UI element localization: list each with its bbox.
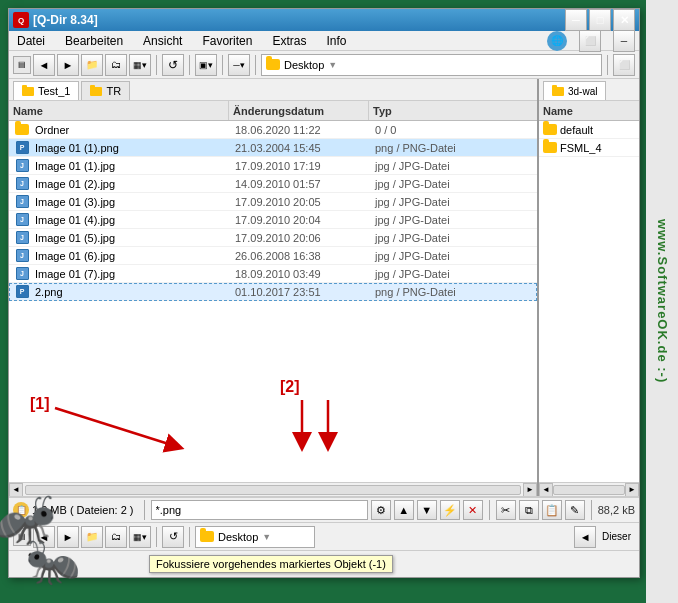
right-col-name: Name	[543, 105, 573, 117]
file-list: Ordner 18.06.2020 11:22 0 / 0 P Image 01…	[9, 121, 537, 482]
file-name: Image 01 (1).jpg	[35, 160, 235, 172]
file-row[interactable]: P Image 01 (1).png 21.03.2004 15:45 png …	[9, 139, 537, 157]
tb2-new-folder-btn[interactable]: 🗂	[105, 526, 127, 548]
path-text: Desktop	[284, 59, 324, 71]
right-hscroll-track[interactable]	[553, 485, 625, 495]
right-hscroll-right[interactable]: ►	[625, 483, 639, 497]
file-row[interactable]: J Image 01 (1).jpg 17.09.2010 17:19 jpg …	[9, 157, 537, 175]
tb2-dropdown-arrow[interactable]: ▼	[262, 532, 271, 542]
file-name: Image 01 (6).jpg	[35, 250, 235, 262]
right-breadcrumb: 3d-wal	[539, 79, 639, 101]
layout-btn[interactable]: ▣▾	[195, 54, 217, 76]
tb2-end-btn[interactable]: ◄	[574, 526, 596, 548]
copy-btn[interactable]: ⧉	[519, 500, 539, 520]
filter-x-btn[interactable]: ✕	[463, 500, 483, 520]
tb2-refresh-btn[interactable]: ↺	[162, 526, 184, 548]
maximize-button[interactable]: □	[589, 9, 611, 31]
file-row[interactable]: J Image 01 (2).jpg 14.09.2010 01:57 jpg …	[9, 175, 537, 193]
path-bar[interactable]: Desktop ▼	[261, 54, 602, 76]
cut-btn[interactable]: ✂	[496, 500, 516, 520]
right-file-name: default	[560, 124, 593, 136]
folder-up-button[interactable]: 📁	[81, 54, 103, 76]
file-date: 18.09.2010 03:49	[235, 268, 375, 280]
file-row[interactable]: J Image 01 (4).jpg 17.09.2010 20:04 jpg …	[9, 211, 537, 229]
right-file-row[interactable]: FSML_4	[539, 139, 639, 157]
tab-test1[interactable]: Test_1	[13, 81, 79, 100]
col-header-type[interactable]: Typ	[369, 101, 537, 120]
tb2-sep2	[189, 527, 190, 547]
separator4	[255, 55, 256, 75]
tb2-path-bar[interactable]: Desktop ▼	[195, 526, 315, 548]
annotation-2: [2]	[280, 378, 300, 396]
file-name: Image 01 (1).png	[35, 142, 235, 154]
path-dropdown-arrow[interactable]: ▼	[328, 60, 337, 70]
col-header-name[interactable]: Name	[9, 101, 229, 120]
tab-tr[interactable]: TR	[81, 81, 130, 100]
filter-lightning-btn[interactable]: ⚡	[440, 500, 460, 520]
folder-new-button[interactable]: 🗂	[105, 54, 127, 76]
menu-ansicht[interactable]: Ansicht	[139, 33, 186, 49]
jpg-icon: J	[16, 159, 29, 172]
right-file-row[interactable]: default	[539, 121, 639, 139]
filter-input[interactable]	[151, 500, 368, 520]
file-row[interactable]: J Image 01 (6).jpg 26.06.2008 16:38 jpg …	[9, 247, 537, 265]
refresh-button[interactable]: ↺	[162, 54, 184, 76]
menu-extras[interactable]: Extras	[268, 33, 310, 49]
help-button[interactable]: ─	[613, 30, 635, 52]
file-date: 17.09.2010 20:04	[235, 214, 375, 226]
close-button[interactable]: ✕	[613, 9, 635, 31]
filter-up-btn[interactable]: ▲	[394, 500, 414, 520]
filter-gear-btn[interactable]: ⚙	[371, 500, 391, 520]
hscroll-right-btn[interactable]: ►	[523, 483, 537, 497]
filter-down-btn[interactable]: ▼	[417, 500, 437, 520]
file-row[interactable]: J Image 01 (7).jpg 18.09.2010 03:49 jpg …	[9, 265, 537, 283]
tb2-label: Dieser	[598, 531, 635, 542]
toolbar-end-btn[interactable]: ⬜	[613, 54, 635, 76]
view-options-btn[interactable]: ▦▾	[129, 54, 151, 76]
file-date: 26.06.2008 16:38	[235, 250, 375, 262]
folder-icon	[543, 142, 557, 153]
file-row[interactable]: J Image 01 (5).jpg 17.09.2010 20:06 jpg …	[9, 229, 537, 247]
file-icon: P	[13, 141, 31, 155]
toolbar-option-btn[interactable]: ⬜	[579, 30, 601, 52]
edit-btn[interactable]: ✎	[565, 500, 585, 520]
file-name: Image 01 (3).jpg	[35, 196, 235, 208]
hscroll-track[interactable]	[25, 485, 521, 495]
window-controls: ─ □ ✕	[565, 9, 635, 31]
right-file-name: FSML_4	[560, 142, 602, 154]
forward-button[interactable]: ►	[57, 54, 79, 76]
paste-btn[interactable]: 📋	[542, 500, 562, 520]
file-icon: J	[13, 267, 31, 281]
status-bar: 📋 1,0 MB ( Dateien: 2 ) ⚙ ▲ ▼ ⚡ ✕ ✂ ⧉ 📋 …	[9, 497, 639, 523]
minimize-button[interactable]: ─	[565, 9, 587, 31]
tb2-view-btn[interactable]: ▦▾	[129, 526, 151, 548]
path-folder-icon	[266, 59, 280, 70]
file-name: Image 01 (5).jpg	[35, 232, 235, 244]
right-hscroll-left[interactable]: ◄	[539, 483, 553, 497]
small-icon-btn[interactable]: ▤	[13, 56, 31, 74]
dash-btn[interactable]: ─▾	[228, 54, 250, 76]
menu-info[interactable]: Info	[322, 33, 350, 49]
menu-datei[interactable]: Datei	[13, 33, 49, 49]
right-size-text: 88,2 kB	[598, 504, 635, 516]
menu-bearbeiten[interactable]: Bearbeiten	[61, 33, 127, 49]
file-type: 0 / 0	[375, 124, 537, 136]
title-bar: Q [Q-Dir 8.34] ─ □ ✕	[9, 9, 639, 31]
right-tab-folder-icon	[552, 87, 564, 96]
globe-icon[interactable]: 🌐	[547, 31, 567, 51]
toolbar2: ▤ ◄ ► 📁 🗂 ▦▾ ↺ Desktop ▼ Fokussiere vorg…	[9, 523, 639, 551]
right-tab[interactable]: 3d-wal	[543, 81, 606, 100]
tab-folder-icon-tr	[90, 87, 102, 96]
left-pane: Test_1 TR Name Änderungsdatum Typ Ordner…	[9, 79, 539, 496]
file-row[interactable]: P 2.png 01.10.2017 23:51 png / PNG-Datei	[9, 283, 537, 301]
column-headers: Name Änderungsdatum Typ	[9, 101, 537, 121]
main-window: Q [Q-Dir 8.34] ─ □ ✕ Datei Bearbeiten An…	[8, 8, 640, 578]
tb2-folder-btn[interactable]: 📁	[81, 526, 103, 548]
file-row[interactable]: J Image 01 (3).jpg 17.09.2010 20:05 jpg …	[9, 193, 537, 211]
menu-favoriten[interactable]: Favoriten	[198, 33, 256, 49]
file-row[interactable]: Ordner 18.06.2020 11:22 0 / 0	[9, 121, 537, 139]
annotation-1: [1]	[30, 395, 50, 413]
separator3	[222, 55, 223, 75]
col-header-date[interactable]: Änderungsdatum	[229, 101, 369, 120]
back-button[interactable]: ◄	[33, 54, 55, 76]
